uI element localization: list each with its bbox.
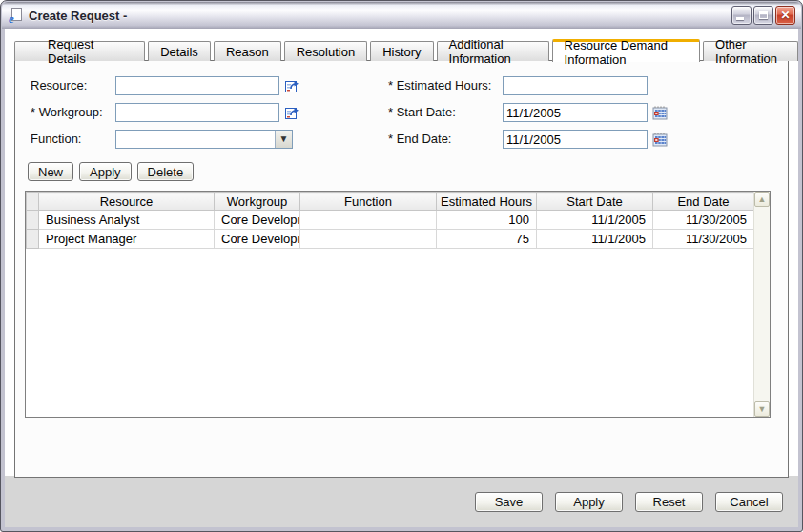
cell-end-date[interactable]: 11/30/2005	[653, 230, 754, 249]
screen: e Create Request - ✕ Request Details Det…	[0, 0, 803, 532]
end-date-label: * End Date:	[388, 130, 452, 149]
estimated-hours-input[interactable]	[503, 76, 648, 95]
minimize-icon	[736, 17, 744, 20]
cell-function[interactable]	[300, 211, 437, 230]
close-button[interactable]: ✕	[775, 6, 795, 25]
client-area: Request Details Details Reason Resolutio…	[5, 29, 798, 527]
apply-row-button[interactable]: Apply	[79, 162, 132, 181]
cell-start-date[interactable]: 11/1/2005	[537, 211, 653, 230]
delete-button[interactable]: Delete	[137, 162, 195, 181]
col-header-estimated-hours: Estimated Hours	[437, 193, 537, 211]
cell-workgroup[interactable]: Core Development	[215, 211, 300, 230]
resource-lookup-icon[interactable]	[284, 78, 299, 93]
apply-button[interactable]: Apply	[555, 492, 623, 512]
workgroup-label: * Workgroup:	[31, 103, 103, 122]
function-label: Function:	[31, 130, 81, 149]
grid-table: Resource Workgroup Function Estimated Ho…	[26, 192, 754, 249]
workgroup-input[interactable]	[115, 103, 279, 122]
resource-demand-panel: Resource: * Workgroup:	[14, 60, 789, 478]
start-date-calendar-icon[interactable]	[652, 105, 668, 120]
window-title: Create Request -	[29, 9, 731, 23]
row-selector[interactable]	[27, 211, 39, 230]
cancel-button[interactable]: Cancel	[715, 492, 783, 512]
tab-details[interactable]: Details	[148, 41, 211, 61]
vertical-scrollbar[interactable]: ▲ ▼	[753, 192, 770, 417]
new-button[interactable]: New	[28, 162, 73, 181]
reset-button[interactable]: Reset	[635, 492, 703, 512]
col-header-start-date: Start Date	[537, 193, 653, 211]
tab-resource-demand-information[interactable]: Resource Demand Information	[552, 39, 700, 62]
function-select[interactable]: ▼	[115, 130, 293, 149]
resource-label: Resource:	[31, 76, 87, 95]
cell-workgroup[interactable]: Core Development	[215, 230, 300, 249]
end-date-input[interactable]	[503, 130, 648, 149]
cell-resource[interactable]: Project Manager	[39, 230, 215, 249]
chevron-down-icon[interactable]: ▼	[275, 131, 292, 148]
table-row[interactable]: Business Analyst Core Development 100 11…	[27, 211, 754, 230]
tab-strip: Request Details Details Reason Resolutio…	[14, 39, 798, 61]
resource-demand-grid: Resource Workgroup Function Estimated Ho…	[25, 191, 771, 418]
cell-start-date[interactable]: 11/1/2005	[537, 230, 653, 249]
resource-input[interactable]	[115, 76, 279, 95]
col-header-resource: Resource	[39, 193, 215, 211]
tab-request-details[interactable]: Request Details	[14, 41, 145, 61]
col-header-workgroup: Workgroup	[215, 193, 300, 211]
scroll-down-icon[interactable]: ▼	[754, 401, 770, 417]
tab-resolution[interactable]: Resolution	[284, 41, 367, 61]
maximize-button[interactable]	[753, 6, 773, 25]
row-selector[interactable]	[27, 230, 39, 249]
end-date-calendar-icon[interactable]	[652, 132, 668, 147]
col-header-end-date: End Date	[653, 193, 754, 211]
tab-additional-information[interactable]: Additional Information	[437, 41, 549, 61]
cell-end-date[interactable]: 11/30/2005	[653, 211, 754, 230]
cell-estimated-hours[interactable]: 100	[437, 211, 537, 230]
row-selector-header	[27, 193, 39, 211]
tab-reason[interactable]: Reason	[214, 41, 281, 61]
estimated-hours-label: * Estimated Hours:	[388, 76, 491, 95]
save-button[interactable]: Save	[475, 492, 543, 512]
grid-toolbar: New Apply Delete	[28, 162, 194, 181]
tab-other-information[interactable]: Other Information	[703, 41, 798, 61]
grid-header-row: Resource Workgroup Function Estimated Ho…	[27, 193, 754, 211]
create-request-window: e Create Request - ✕ Request Details Det…	[0, 0, 803, 532]
titlebar[interactable]: e Create Request - ✕	[2, 2, 801, 29]
col-header-function: Function	[300, 193, 437, 211]
cell-resource[interactable]: Business Analyst	[39, 211, 215, 230]
close-icon: ✕	[776, 7, 794, 24]
cell-estimated-hours[interactable]: 75	[437, 230, 537, 249]
minimize-button[interactable]	[731, 6, 752, 25]
scroll-up-icon[interactable]: ▲	[754, 192, 770, 207]
ie-page-icon: e	[9, 8, 24, 23]
start-date-input[interactable]	[503, 103, 648, 122]
cell-function[interactable]	[300, 230, 437, 249]
workgroup-lookup-icon[interactable]	[284, 105, 299, 120]
maximize-icon	[759, 11, 768, 19]
footer-bar: Save Apply Reset Cancel	[5, 476, 798, 527]
tab-history[interactable]: History	[370, 41, 433, 61]
table-row[interactable]: Project Manager Core Development 75 11/1…	[27, 230, 754, 249]
start-date-label: * Start Date:	[388, 103, 456, 122]
